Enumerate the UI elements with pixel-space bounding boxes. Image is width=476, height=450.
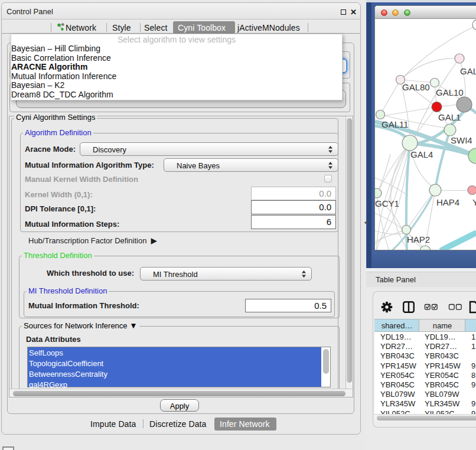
svg-text:HAP4: HAP4 — [436, 197, 459, 207]
svg-text:GAL1: GAL1 — [438, 112, 461, 122]
svg-text:GAL11: GAL11 — [382, 119, 409, 129]
svg-text:GAL80: GAL80 — [402, 82, 430, 92]
svg-text:GAL10: GAL10 — [436, 87, 464, 97]
svg-text:Y: Y — [472, 197, 476, 207]
svg-text:SWI4: SWI4 — [451, 135, 472, 145]
svg-text:HAP2: HAP2 — [407, 234, 430, 244]
svg-text:GAL4: GAL4 — [410, 149, 433, 159]
svg-text:GAL7: GAL7 — [460, 66, 476, 76]
svg-text:GCY1: GCY1 — [375, 198, 399, 208]
